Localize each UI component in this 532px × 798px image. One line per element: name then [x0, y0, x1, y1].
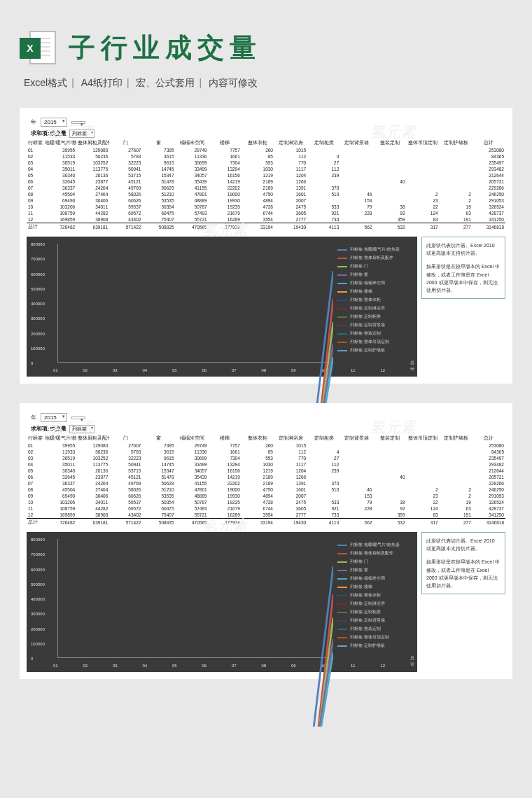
- line-chart: 0100000200000300000400000500000600000700…: [27, 237, 417, 377]
- tagline: Excel格式| A4纸打印| 宏、公式套用| 内容可修改: [20, 77, 512, 90]
- filter-label: 年: [31, 118, 36, 126]
- header: X 子行业成交量: [20, 28, 512, 67]
- year-filter[interactable]: 2015: [41, 413, 67, 422]
- filter-dropdown[interactable]: [71, 416, 85, 419]
- excel-panel: 氢元素氢元素氢元素氢元素氢元素年 2015 求和项:成交量列标签行标签 ▾地暖/…: [20, 403, 512, 679]
- chart-legend: 列标签:地暖/暖气片/散热器列标签:整体厨柜及配件列标签:门列标签:窗列标签:榻…: [337, 246, 413, 354]
- col-label-dropdown[interactable]: 列标签: [69, 130, 94, 138]
- filter-dropdown[interactable]: [71, 121, 85, 124]
- year-filter[interactable]: 2015: [41, 118, 67, 127]
- page-title: 子行业成交量: [69, 30, 262, 66]
- slicer-note: 此形状代表切片器。Excel 2010 或更高版本支持切片器。如果形状是在较早版…: [421, 532, 505, 594]
- col-label-dropdown[interactable]: 列标签: [69, 425, 94, 433]
- pivot-table: 行标签 ▾地暖/暖气片/散热器整体厨柜及配件门窗榻榻米空间楼梯整体衣柜定制淋浴房…: [27, 435, 505, 526]
- slicer-note: 此形状代表切片器。Excel 2010 或更高版本支持切片器。如果形状是在较早版…: [421, 237, 505, 299]
- excel-icon: X: [20, 28, 59, 67]
- pivot-table: 行标签 ▾地暖/暖气片/散热器整体厨柜及配件门窗榻榻米空间楼梯整体衣柜定制淋浴房…: [27, 139, 505, 231]
- chart-legend: 列标签:地暖/暖气片/散热器列标签:整体厨柜及配件列标签:门列标签:窗列标签:榻…: [337, 542, 413, 649]
- line-chart: 0100000200000300000400000500000600000700…: [27, 532, 417, 672]
- filter-label: 年: [31, 414, 36, 421]
- excel-panel: 氢元素氢元素氢元素氢元素氢元素年 2015 求和项:成交量列标签行标签 ▾地暖/…: [20, 108, 512, 384]
